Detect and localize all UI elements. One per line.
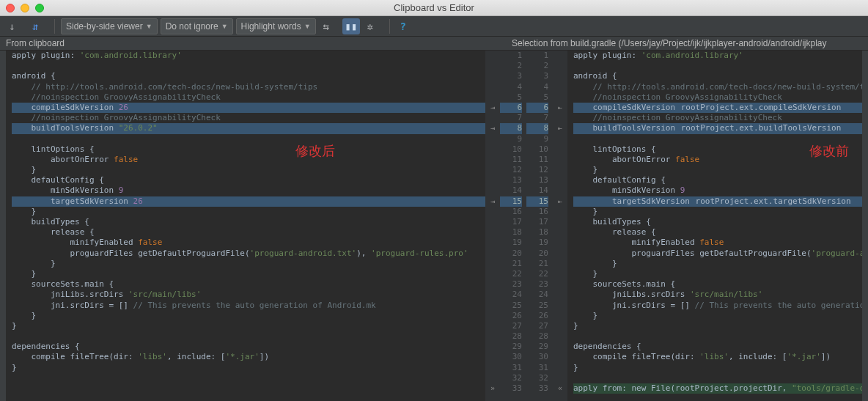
line-number: 11 (526, 155, 548, 165)
code-line: } (573, 165, 862, 175)
right-markers: ⇤ ⇤ ⇤ « (553, 51, 567, 401)
code-line: buildToolsVersion "26.0.2" (12, 123, 485, 133)
code-line: } (12, 269, 485, 279)
line-number: 22 (500, 269, 522, 279)
code-line (12, 383, 485, 394)
code-line: } (573, 321, 862, 331)
line-number: 16 (500, 207, 522, 217)
collapse-unchanged-button[interactable]: ⇆ (319, 18, 339, 34)
line-number: 12 (526, 165, 548, 175)
code-line: } (12, 311, 485, 321)
diff-panes: apply plugin: 'com.android.library'andro… (0, 51, 868, 401)
zoom-icon[interactable] (35, 4, 44, 12)
left-code-editor[interactable]: apply plugin: 'com.android.library'andro… (6, 51, 485, 401)
code-line: defaultConfig { (12, 175, 485, 185)
code-line: } (573, 311, 862, 321)
code-line: apply plugin: 'com.android.library' (573, 51, 862, 61)
line-number: 22 (526, 269, 548, 279)
settings-button[interactable]: ✲ (363, 18, 383, 34)
line-number: 30 (526, 352, 548, 362)
prev-diff-button[interactable]: ↓ (4, 18, 25, 34)
code-line: apply plugin: 'com.android.library' (12, 51, 485, 61)
code-line: buildToolsVersion rootProject.ext.buildT… (573, 123, 862, 133)
code-line: //noinspection GroovyAssignabilityCheck (573, 92, 862, 103)
window-controls (6, 4, 44, 12)
code-line: jni.srcDirs = [] // This prevents the au… (573, 301, 862, 311)
diff-marker-icon[interactable]: ⇤ (556, 197, 564, 206)
line-number: 25 (500, 301, 522, 311)
code-line (573, 331, 862, 342)
line-number: 23 (500, 279, 522, 290)
diff-marker-icon[interactable]: ⇥ (488, 103, 497, 112)
line-number: 31 (500, 363, 522, 373)
next-diff-button[interactable]: ⇵ (28, 18, 48, 34)
right-code-editor[interactable]: apply plugin: 'com.android.library'andro… (567, 51, 862, 401)
code-line: proguardFiles getDefaultProguardFile('pr… (12, 249, 485, 259)
code-line: //noinspection GroovyAssignabilityCheck (12, 113, 485, 123)
sync-scroll-button[interactable]: ▮▮ (342, 18, 360, 34)
window-title: Clipboard vs Editor (394, 2, 474, 13)
line-number: 15 (526, 196, 548, 207)
left-pane-header: From clipboard (0, 37, 506, 51)
titlebar: Clipboard vs Editor (0, 0, 868, 16)
ignore-mode-dropdown[interactable]: Do not ignore ▼ (161, 18, 233, 34)
code-line: // http://tools.android.com/tech-docs/ne… (12, 82, 485, 92)
code-line (12, 61, 485, 71)
code-line: jniLibs.srcDirs 'src/main/libs' (12, 290, 485, 300)
line-number: 15 (500, 196, 522, 207)
line-number: 32 (526, 373, 548, 383)
expand-marker-icon[interactable]: » (488, 384, 497, 393)
error-stripe (0, 51, 6, 401)
diff-marker-icon[interactable]: ⇤ (556, 124, 564, 133)
diff-marker-icon[interactable]: ⇤ (556, 103, 564, 112)
line-number: 28 (526, 331, 548, 342)
line-number: 17 (500, 217, 522, 227)
line-number: 7 (526, 113, 548, 123)
line-number: 4 (500, 82, 522, 92)
expand-marker-icon[interactable]: « (556, 384, 564, 393)
chevron-down-icon: ▼ (304, 23, 311, 30)
line-number: 19 (500, 238, 522, 248)
viewer-mode-dropdown[interactable]: Side-by-side viewer ▼ (61, 18, 158, 34)
code-line: sourceSets.main { (12, 279, 485, 290)
line-number: 2 (526, 61, 548, 71)
diff-marker-icon[interactable]: ⇥ (488, 124, 497, 133)
code-line: lintOptions { (12, 144, 485, 155)
line-number: 4 (526, 82, 548, 92)
line-number: 30 (500, 352, 522, 362)
line-number-gutter: 1234567891011121314151617181920212223242… (500, 51, 553, 401)
line-number: 10 (500, 144, 522, 155)
help-button[interactable]: ? (396, 18, 411, 34)
line-number: 31 (526, 363, 548, 373)
code-line: } (573, 207, 862, 217)
code-line (573, 373, 862, 383)
line-number: 18 (500, 227, 522, 238)
code-line: android { (573, 71, 862, 81)
line-number: 5 (526, 92, 548, 103)
code-line: lintOptions { (573, 144, 862, 155)
code-line (12, 373, 485, 383)
code-line: targetSdkVersion rootProject.ext.targetS… (573, 196, 862, 207)
code-line: compileSdkVersion 26 (12, 103, 485, 113)
code-line: compileSdkVersion rootProject.ext.compil… (573, 103, 862, 113)
diff-marker-icon[interactable]: ⇥ (488, 197, 497, 206)
line-number: 14 (526, 185, 548, 196)
highlight-mode-dropdown[interactable]: Highlight words ▼ (236, 18, 316, 34)
line-number: 13 (526, 175, 548, 185)
code-line: //noinspection GroovyAssignabilityCheck (573, 113, 862, 123)
code-line: // http://tools.android.com/tech-docs/ne… (573, 82, 862, 92)
close-icon[interactable] (6, 4, 15, 12)
pane-headers: From clipboard Selection from build.grad… (0, 37, 868, 51)
line-number: 23 (526, 279, 548, 290)
left-markers: ⇥ ⇥ ⇥ » (485, 51, 500, 401)
minimize-icon[interactable] (21, 4, 29, 12)
line-number: 5 (500, 92, 522, 103)
diff-toolbar: ↓ ⇵ Side-by-side viewer ▼ Do not ignore … (0, 16, 868, 37)
right-pane-header: Selection from build.gradle (/Users/jay/… (506, 37, 868, 51)
line-number: 18 (526, 227, 548, 238)
line-number: 14 (500, 185, 522, 196)
code-line: release { (573, 227, 862, 238)
code-line: } (12, 207, 485, 217)
code-line: buildTypes { (12, 217, 485, 227)
line-number: 21 (526, 259, 548, 269)
